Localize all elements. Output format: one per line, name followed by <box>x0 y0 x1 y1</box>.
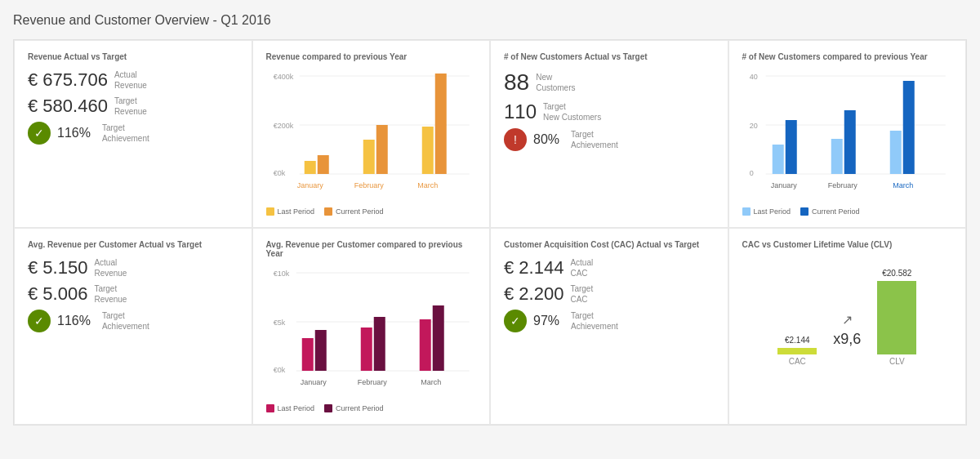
new-customers-actual-title: # of New Customers Actual vs Target <box>504 52 715 61</box>
legend-current-period-dot <box>324 207 332 216</box>
svg-rect-25 <box>889 131 901 174</box>
new-customers-actual-label: NewCustomers <box>536 72 575 93</box>
svg-rect-10 <box>421 127 433 174</box>
svg-rect-26 <box>902 81 914 174</box>
svg-text:€10k: €10k <box>273 270 289 278</box>
new-customers-achievement-label: TargetAchievement <box>571 129 618 150</box>
svg-text:March: March <box>421 378 441 386</box>
svg-text:€0k: €0k <box>273 366 285 374</box>
multiplier-area: ↗ x9,6 <box>833 312 861 366</box>
avg-rev-actual-card: Avg. Revenue per Customer Actual vs Targ… <box>14 228 252 425</box>
avg-rev-chart-svg: €10k €5k €0k January February Marc <box>266 266 477 397</box>
avg-rev-target-block: € 5.006 TargetRevenue <box>28 283 238 305</box>
svg-text:February: February <box>354 181 384 189</box>
new-customers-actual-value: 88 <box>504 69 529 96</box>
legend-ar-last-label: Last Period <box>278 404 315 412</box>
revenue-chart-title: Revenue compared to previous Year <box>266 52 477 61</box>
multiplier-value: x9,6 <box>833 331 861 348</box>
legend-ar-last-dot <box>266 404 274 412</box>
legend-nc-last-label: Last Period <box>754 207 791 216</box>
revenue-actual-card: Revenue Actual vs Target € 675.706 Actua… <box>14 40 252 228</box>
svg-rect-24 <box>844 110 855 174</box>
avg-rev-actual-title: Avg. Revenue per Customer Actual vs Targ… <box>28 240 238 249</box>
avg-rev-chart-legend: Last Period Current Period <box>266 404 477 412</box>
new-customers-actual-block: 88 NewCustomers <box>504 69 715 96</box>
svg-text:€200k: €200k <box>273 122 293 130</box>
svg-text:0: 0 <box>749 169 753 177</box>
revenue-actual-title: Revenue Actual vs Target <box>28 52 238 61</box>
svg-text:January: January <box>770 181 797 189</box>
avg-rev-chart-card: Avg. Revenue per Customer compared to pr… <box>252 228 491 425</box>
target-revenue-value: € 580.460 <box>28 96 108 117</box>
achievement-value: 116% <box>57 126 91 140</box>
legend-last-period: Last Period <box>266 207 315 216</box>
svg-text:40: 40 <box>749 73 757 81</box>
svg-rect-41 <box>432 305 443 371</box>
svg-rect-22 <box>785 120 796 174</box>
cac-clv-title: CAC vs Customer Lifetime Value (CLV) <box>742 240 953 249</box>
actual-revenue-label: ActualRevenue <box>114 69 147 91</box>
new-customers-chart-card: # of New Customers compared to previous … <box>728 40 967 228</box>
svg-text:€5k: €5k <box>273 319 285 327</box>
avg-rev-achievement-label: TargetAchievement <box>102 310 149 332</box>
svg-text:February: February <box>357 378 387 386</box>
svg-rect-7 <box>317 155 328 174</box>
svg-text:€400k: €400k <box>273 73 293 81</box>
target-revenue-label: TargetRevenue <box>114 96 147 117</box>
avg-rev-actual-block: € 5.150 ActualRevenue <box>28 257 238 279</box>
cac-bar-label: CAC <box>789 357 806 366</box>
legend-nc-current-period: Current Period <box>800 207 860 216</box>
svg-text:March: March <box>893 181 913 189</box>
new-customers-chart-svg: 40 20 0 January February March <box>742 69 953 200</box>
legend-nc-current-dot <box>800 207 808 216</box>
svg-rect-6 <box>304 161 315 174</box>
avg-rev-chart-title: Avg. Revenue per Customer compared to pr… <box>266 240 477 258</box>
cac-actual-block: € 2.144 ActualCAC <box>504 257 715 279</box>
revenue-chart-area: €400k €200k €0k January February M <box>266 69 477 216</box>
legend-current-period-label: Current Period <box>336 207 384 216</box>
svg-text:January: January <box>300 378 327 386</box>
cac-achievement-block: ✓ 97% TargetAchievement <box>504 310 715 332</box>
legend-ar-current-period: Current Period <box>324 404 384 412</box>
svg-text:January: January <box>296 181 323 189</box>
checkmark-icon: ✓ <box>34 127 44 140</box>
legend-ar-current-dot <box>324 404 332 412</box>
cac-target-value: € 2.200 <box>504 283 564 305</box>
legend-nc-last-dot <box>742 207 751 216</box>
svg-rect-9 <box>376 125 387 174</box>
legend-ar-last-period: Last Period <box>266 404 315 412</box>
avg-rev-target-value: € 5.006 <box>28 283 87 305</box>
new-customers-actual-card: # of New Customers Actual vs Target 88 N… <box>490 40 728 228</box>
revenue-chart-card: Revenue compared to previous Year €400k … <box>252 40 491 228</box>
arrow-icon: ↗ <box>842 312 853 328</box>
actual-revenue-value: € 675.706 <box>28 69 108 91</box>
svg-text:20: 20 <box>749 122 757 130</box>
legend-nc-current-label: Current Period <box>812 207 860 216</box>
clv-bar-group: €20.582 CLV <box>877 269 916 366</box>
cac-target-label: TargetCAC <box>570 283 593 305</box>
new-customers-chart-title: # of New Customers compared to previous … <box>742 52 953 61</box>
legend-last-period-dot <box>266 207 274 216</box>
cac-actual-card: Customer Acquisition Cost (CAC) Actual v… <box>490 228 728 425</box>
clv-bar-value-label: €20.582 <box>882 269 911 278</box>
revenue-chart-svg: €400k €200k €0k January February M <box>266 69 477 200</box>
avg-rev-checkmark-icon: ✓ <box>34 314 44 328</box>
revenue-chart-legend: Last Period Current Period <box>266 207 477 216</box>
warning-circle-icon: ! <box>504 128 527 151</box>
new-customers-target-value: 110 <box>504 100 537 123</box>
actual-revenue-block: € 675.706 ActualRevenue <box>28 69 238 91</box>
warning-icon: ! <box>514 133 517 146</box>
cac-checkmark-icon: ✓ <box>510 314 520 328</box>
cac-achievement-label: TargetAchievement <box>571 310 618 332</box>
cac-bar <box>777 348 817 354</box>
cac-actual-label: ActualCAC <box>570 257 593 279</box>
clv-bar-label: CLV <box>889 357 905 366</box>
avg-rev-target-label: TargetRevenue <box>94 283 127 305</box>
achievement-label: TargetAchievement <box>102 123 149 144</box>
svg-text:€0k: €0k <box>273 169 285 177</box>
target-revenue-block: € 580.460 TargetRevenue <box>28 96 238 117</box>
cac-bar-value-label: €2.144 <box>785 336 810 345</box>
svg-rect-21 <box>772 145 783 174</box>
svg-rect-11 <box>434 74 446 174</box>
avg-rev-actual-value: € 5.150 <box>28 257 87 279</box>
